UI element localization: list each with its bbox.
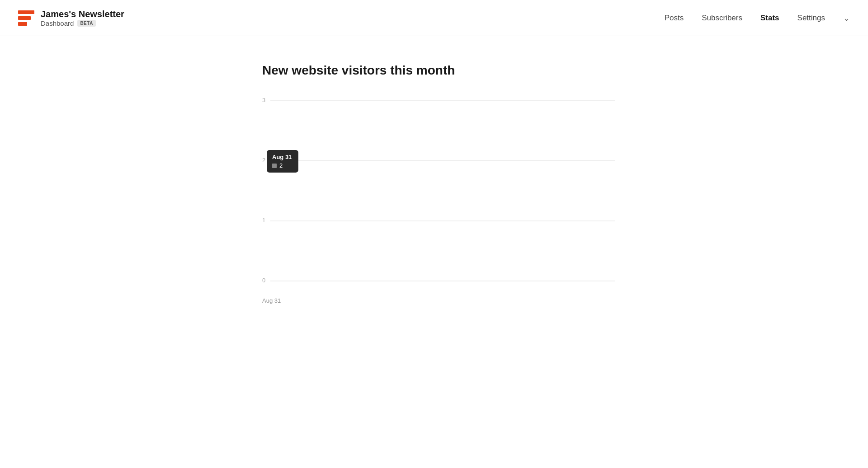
main-content: New website visitors this month Aug 31 2 [0,36,868,331]
y-label-3: 3 [262,97,265,103]
y-label-1: 1 [262,217,265,224]
logo-subtitle-text: Dashboard [41,19,74,27]
logo-text: James's Newsletter Dashboard BETA [41,9,124,27]
nav-stats[interactable]: Stats [760,14,779,23]
chart-svg-wrapper: Aug 31 2 3 [262,96,606,304]
nav-subscribers[interactable]: Subscribers [702,14,742,23]
app-header: James's Newsletter Dashboard BETA Posts … [0,0,868,36]
logo-subtitle: Dashboard BETA [41,19,124,27]
chart-title: New website visitors this month [262,63,606,78]
data-point-aug31[interactable] [273,159,277,162]
logo-bar-3 [18,22,27,26]
nav-settings[interactable]: Settings [797,14,825,23]
chart-container: New website visitors this month Aug 31 2 [253,63,615,304]
beta-badge: BETA [77,20,95,27]
x-axis-label: Aug 31 [262,297,606,304]
logo-area: James's Newsletter Dashboard BETA [18,8,124,28]
logo-icon [18,8,34,28]
chart-area: Aug 31 2 3 [262,96,606,304]
logo-title: James's Newsletter [41,9,124,19]
nav-chevron-icon[interactable]: ⌄ [843,13,850,23]
chart-svg: 3 2 1 0 [262,96,615,295]
logo-bar-2 [18,16,31,20]
y-label-0: 0 [262,277,265,284]
y-label-2: 2 [262,157,265,164]
logo-bar-1 [18,10,34,14]
nav-posts[interactable]: Posts [665,14,684,23]
main-nav: Posts Subscribers Stats Settings ⌄ [665,13,850,23]
